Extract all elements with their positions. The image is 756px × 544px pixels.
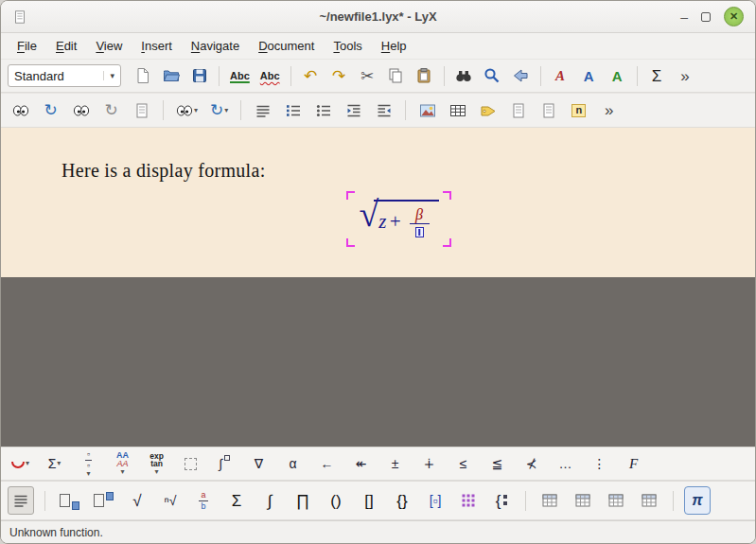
extended-operators-menu[interactable]: ∔ <box>416 451 442 477</box>
copy-button[interactable] <box>383 63 409 89</box>
minimize-button[interactable]: – <box>680 10 688 24</box>
insert-matrix-button[interactable] <box>455 486 482 515</box>
save-icon <box>191 67 208 84</box>
emphasis-toggle[interactable]: A <box>548 63 573 89</box>
subscript-button[interactable] <box>56 486 83 515</box>
macros-button[interactable]: F <box>621 451 646 477</box>
document-canvas[interactable]: Here is a display formula: √ z+ β <box>1 128 755 277</box>
fraction-button-glyph2: b <box>199 500 207 511</box>
fraction-button[interactable]: ab <box>190 486 217 515</box>
view-other-formats-menu[interactable]: ▾ <box>172 97 202 123</box>
advanced-find-button[interactable] <box>480 63 505 89</box>
operators-menu[interactable]: ∇ <box>246 451 272 477</box>
insert-graphics-button[interactable] <box>414 97 440 123</box>
bullet-list-button[interactable] <box>310 97 336 123</box>
navigate-back-button[interactable] <box>508 63 534 89</box>
greek-letters-menu[interactable]: α <box>280 451 306 477</box>
display-formula-toggle[interactable] <box>8 486 34 515</box>
dots-menu[interactable]: … <box>553 451 578 477</box>
menu-insert[interactable]: Insert <box>132 36 181 56</box>
extended-arrows-menu[interactable]: ↞ <box>348 451 374 477</box>
menu-tools[interactable]: Tools <box>325 36 370 56</box>
new-document-button[interactable] <box>130 63 155 89</box>
insert-note-button[interactable]: n <box>566 97 591 123</box>
menu-document[interactable]: Document <box>250 36 323 56</box>
view-button[interactable] <box>8 97 33 123</box>
braces-button[interactable]: {} <box>389 486 415 515</box>
functions-menu[interactable]: exptan▾ <box>144 451 169 477</box>
paragraph-style-selector[interactable]: Standard ▾ <box>8 64 121 87</box>
separator <box>219 66 220 86</box>
insert-citation-button[interactable] <box>536 97 561 123</box>
brackets-button[interactable]: [] <box>356 486 382 515</box>
undo-button[interactable]: ↶ <box>298 63 324 89</box>
empty-placeholder-box[interactable] <box>415 227 424 237</box>
update-button[interactable]: ↻ <box>38 97 63 123</box>
insert-math-button[interactable]: Σ <box>644 63 670 89</box>
binary-operators-menu[interactable]: ± <box>382 451 408 477</box>
math-text-style-menu[interactable]: AAAA▾ <box>110 451 135 477</box>
decorations-menu[interactable]: ▾ <box>8 451 33 477</box>
open-document-button[interactable] <box>158 63 184 89</box>
arrows-menu[interactable]: ← <box>314 451 340 477</box>
decrease-depth-button[interactable] <box>371 97 396 123</box>
add-column-button[interactable] <box>570 486 596 515</box>
noun-toggle[interactable]: A <box>576 63 602 89</box>
square-root-button[interactable]: √ <box>124 486 150 515</box>
numbered-list-button[interactable] <box>280 97 306 123</box>
integral-button[interactable]: ∫ <box>256 486 283 515</box>
delete-row-button[interactable] <box>603 486 629 515</box>
sum-button[interactable]: Σ <box>223 486 250 515</box>
view-source-button[interactable] <box>129 97 154 123</box>
document-paragraph[interactable]: Here is a display formula: <box>62 160 755 182</box>
relations-menu[interactable]: ≤ <box>450 451 476 477</box>
nth-root-button[interactable]: ⁿ√ <box>157 486 184 515</box>
parentheses-button[interactable]: () <box>323 486 349 515</box>
superscript-button[interactable] <box>90 486 117 515</box>
paragraph-settings-button[interactable] <box>250 97 275 123</box>
update-other-formats-menu[interactable]: ↻▾ <box>206 97 232 123</box>
spellcheck-button[interactable]: Abc <box>226 63 254 89</box>
math-symbols-toolbar: ▾Σ▾▫▫▾AAAA▾exptan▾∫∇α←↞±∔≤≦⊀…⋮F <box>1 447 755 481</box>
delete-column-button[interactable] <box>636 486 662 515</box>
display-formula[interactable]: √ z+ β <box>346 191 450 247</box>
cases-button[interactable]: { <box>488 486 515 515</box>
big-operators-menu[interactable]: Σ▾ <box>42 451 67 477</box>
find-replace-button[interactable] <box>451 63 477 89</box>
negated-relations-menu[interactable]: ⊀ <box>519 451 544 477</box>
menu-bar: FileEditViewInsertNavigateDocumentToolsH… <box>1 33 755 59</box>
extended-relations-menu[interactable]: ≦ <box>484 451 510 477</box>
continuous-spellcheck-toggle[interactable]: Abc <box>256 63 284 89</box>
math-panels-toggle[interactable]: π <box>684 486 711 515</box>
product-button[interactable]: ∏ <box>290 486 316 515</box>
menu-file[interactable]: File <box>9 36 45 56</box>
menu-help[interactable]: Help <box>373 36 415 56</box>
increase-depth-button[interactable] <box>341 97 366 123</box>
update-master-button[interactable]: ↻ <box>98 97 124 123</box>
maximize-button[interactable] <box>701 12 711 22</box>
vertical-dots-button[interactable]: ⋮ <box>587 451 612 477</box>
fractions-menu-glyph2: ▫ <box>85 460 92 470</box>
document-void[interactable] <box>1 277 755 447</box>
redo-button[interactable]: ↷ <box>326 63 352 89</box>
insert-table-button[interactable] <box>445 97 470 123</box>
cut-button[interactable]: ✂ <box>355 63 380 89</box>
menu-edit[interactable]: Edit <box>47 36 85 56</box>
integral-limits-button[interactable]: ∫ <box>212 451 237 477</box>
math-panel-toolbar: √ⁿ√abΣ∫∏()[]{}[▫]{π <box>1 481 755 520</box>
fractions-menu[interactable]: ▫▫▾ <box>76 451 101 477</box>
close-button[interactable]: ✕ <box>724 7 744 26</box>
menu-view[interactable]: View <box>87 36 131 56</box>
menu-navigate[interactable]: Navigate <box>183 36 248 56</box>
insert-cross-reference-button[interactable] <box>505 97 531 123</box>
save-button[interactable] <box>186 63 212 89</box>
insert-label-button[interactable] <box>475 97 501 123</box>
apply-style-button[interactable]: A <box>605 63 630 89</box>
view-master-button[interactable] <box>68 97 94 123</box>
add-row-button[interactable] <box>536 486 563 515</box>
insert-space-button[interactable] <box>178 451 203 477</box>
toolbar-overflow-button[interactable]: » <box>596 97 622 123</box>
paste-button[interactable] <box>412 63 437 89</box>
custom-delimiters-button[interactable]: [▫] <box>422 486 448 515</box>
toolbar-overflow-button[interactable]: » <box>673 63 698 89</box>
